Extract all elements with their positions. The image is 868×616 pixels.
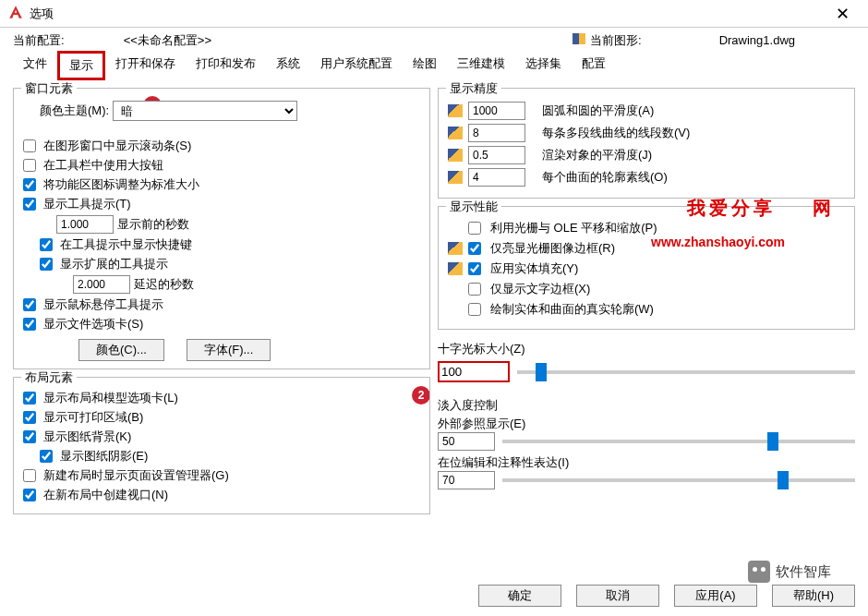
cb-paper-shadow[interactable] <box>40 450 53 463</box>
cb-raster-frame[interactable] <box>468 242 481 255</box>
group-title: 显示性能 <box>446 199 501 215</box>
dwg-icon <box>572 31 586 49</box>
crosshair-input[interactable] <box>441 365 506 379</box>
group-crosshair: 十字光标大小(Z) <box>438 337 855 386</box>
tab-strip: 文件 显示 打开和保存 打印和发布 系统 用户系统配置 绘图 三维建模 选择集 … <box>0 51 868 80</box>
watermark-text-2: www.zhanshaoyi.com <box>651 235 785 249</box>
edit-input[interactable] <box>438 471 495 489</box>
svg-rect-1 <box>579 33 585 44</box>
brand-icon <box>448 171 463 184</box>
arc-smooth-input[interactable] <box>468 102 525 120</box>
group-fade-control: 淡入度控制 外部参照显示(E) 在位编辑和注释性表达(I) <box>438 393 855 493</box>
theme-select[interactable]: 暗 <box>113 101 297 121</box>
cb-solid-fill[interactable] <box>468 262 481 275</box>
group-title: 布局元素 <box>21 369 77 386</box>
cb-layout-tabs[interactable] <box>23 392 36 405</box>
title-bar: 选项 ✕ <box>0 0 868 28</box>
cancel-button[interactable]: 取消 <box>576 585 659 607</box>
tab-drafting[interactable]: 绘图 <box>403 51 447 80</box>
footer-buttons: 确定 取消 应用(A) 帮助(H) <box>478 585 855 607</box>
group-window-elements: 窗口元素 颜色主题(M): 暗 在图形窗口中显示滚动条(S) 在工具栏中使用大按… <box>13 88 430 369</box>
tab-selection[interactable]: 选择集 <box>515 51 572 80</box>
xref-slider[interactable] <box>502 440 855 443</box>
cb-print-area[interactable] <box>23 411 36 424</box>
cb-file-tabs[interactable] <box>23 318 36 331</box>
cb-paper-bg[interactable] <box>23 430 36 443</box>
wechat-icon <box>748 561 770 583</box>
watermark-text-1b: 网 <box>813 196 831 221</box>
surf-input[interactable] <box>468 168 525 187</box>
drawing-value: Drawing1.dwg <box>719 33 795 47</box>
cb-ribbon-std[interactable] <box>23 178 36 191</box>
window-title: 选项 <box>30 6 824 22</box>
tab-open-save[interactable]: 打开和保存 <box>105 51 186 80</box>
group-layout-elements: 布局元素 显示布局和模型选项卡(L) 显示可打印区域(B) 显示图纸背景(K) … <box>13 377 430 514</box>
color-button[interactable]: 颜色(C)... <box>78 339 164 361</box>
watermark-text-3: 软件智库 <box>748 561 831 583</box>
profile-label: 当前配置: <box>13 32 65 49</box>
theme-label: 颜色主题(M): <box>40 103 109 119</box>
tooltip-delay-input[interactable] <box>73 275 130 294</box>
tab-plot[interactable]: 打印和发布 <box>186 51 266 80</box>
brand-icon <box>448 242 463 255</box>
group-display-precision: 显示精度 圆弧和圆的平滑度(A) 每条多段线曲线的线段数(V) 渲染对象的平滑度… <box>438 88 855 199</box>
brand-icon <box>448 262 463 275</box>
edit-slider[interactable] <box>502 478 855 482</box>
watermark-text-1a: 我爱分享 <box>687 196 776 221</box>
crosshair-slider[interactable] <box>517 370 855 374</box>
close-icon[interactable]: ✕ <box>824 4 861 24</box>
tooltip-sec-input[interactable] <box>56 215 114 234</box>
group-title: 窗口元素 <box>21 80 77 97</box>
xref-input[interactable] <box>438 432 495 451</box>
font-button[interactable]: 字体(F)... <box>187 339 271 361</box>
group-title: 显示精度 <box>446 80 501 97</box>
tab-user[interactable]: 用户系统配置 <box>310 51 403 80</box>
cb-true-sil[interactable] <box>468 303 481 316</box>
brand-icon <box>448 104 463 117</box>
header-info: 当前配置: <<未命名配置>> 当前图形: Drawing1.dwg <box>0 28 868 51</box>
tab-file[interactable]: 文件 <box>13 51 57 80</box>
cb-text-frame[interactable] <box>468 283 481 296</box>
app-icon <box>7 4 30 23</box>
brand-icon <box>448 127 463 139</box>
cb-bigbtn[interactable] <box>23 159 36 172</box>
crosshair-label: 十字光标大小(Z) <box>438 341 855 357</box>
render-input[interactable] <box>468 146 525 164</box>
cb-scrollbar[interactable] <box>23 139 36 152</box>
tab-system[interactable]: 系统 <box>266 51 310 80</box>
tab-profiles[interactable]: 配置 <box>572 51 616 80</box>
profile-value: <<未命名配置>> <box>124 32 211 49</box>
cb-hover-tip[interactable] <box>23 298 36 311</box>
cb-tooltip-ext[interactable] <box>40 258 53 271</box>
cb-pan-ole[interactable] <box>468 222 481 235</box>
group-display-performance: 显示性能 利用光栅与 OLE 平移和缩放(P) 仅亮显光栅图像边框(R) 应用实… <box>438 206 855 330</box>
drawing-label: 当前图形: <box>590 32 642 49</box>
tab-3d[interactable]: 三维建模 <box>447 51 515 80</box>
cb-page-setup[interactable] <box>23 469 36 482</box>
brand-icon <box>448 149 463 162</box>
help-button[interactable]: 帮助(H) <box>772 585 855 607</box>
ok-button[interactable]: 确定 <box>478 585 561 607</box>
edit-label: 在位编辑和注释性表达(I) <box>438 454 855 471</box>
cb-create-vp[interactable] <box>23 489 36 501</box>
cb-tooltip[interactable] <box>23 198 36 211</box>
apply-button[interactable]: 应用(A) <box>674 585 757 607</box>
fade-title: 淡入度控制 <box>438 397 855 414</box>
cb-tooltip-shortcut[interactable] <box>40 238 53 251</box>
tab-display[interactable]: 显示 <box>57 51 105 80</box>
xref-label: 外部参照显示(E) <box>438 416 855 432</box>
seg-input[interactable] <box>468 124 525 142</box>
